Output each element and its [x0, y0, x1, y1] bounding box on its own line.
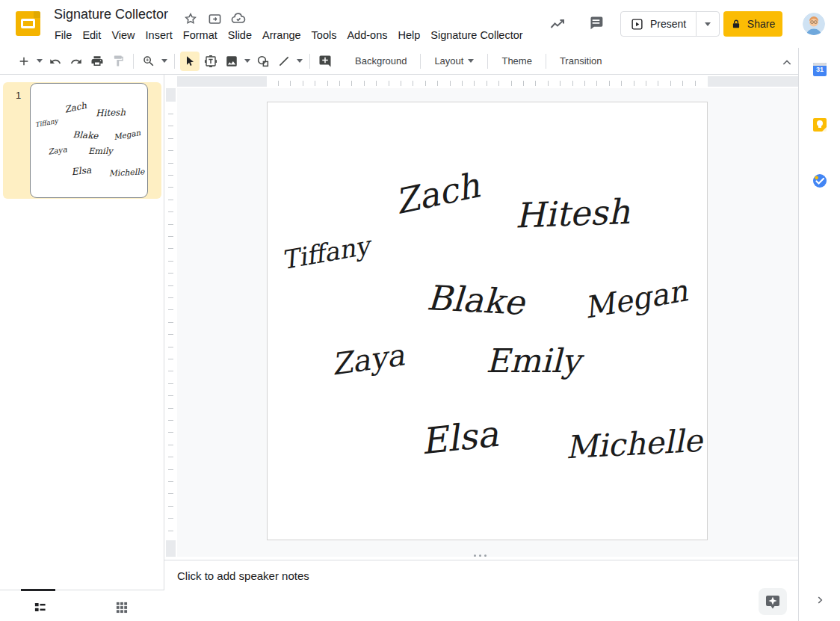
slide-filmstrip-panel: 1	[0, 75, 164, 590]
slide-thumbnail-card[interactable]	[30, 83, 148, 198]
print-button[interactable]	[87, 52, 107, 71]
lock-icon	[731, 19, 741, 30]
insert-image-button[interactable]	[222, 52, 241, 71]
present-button[interactable]: Present	[621, 12, 696, 36]
toolbar-divider	[133, 54, 134, 69]
insert-shape-button[interactable]	[253, 52, 273, 71]
app-header: Signature Collector File Edit View Inser…	[0, 0, 840, 48]
background-label: Background	[355, 55, 407, 67]
toolbar-divider	[420, 54, 421, 69]
keep-icon[interactable]	[813, 118, 827, 132]
menu-signature-collector[interactable]: Signature Collector	[425, 28, 528, 43]
tasks-icon[interactable]	[813, 174, 827, 188]
ruler-margin-right	[708, 76, 798, 87]
theme-label: Theme	[501, 55, 531, 67]
activity-icon[interactable]	[549, 15, 568, 34]
menu-view[interactable]: View	[106, 28, 140, 43]
paint-format-button[interactable]	[108, 52, 128, 71]
grid-view-button[interactable]	[114, 599, 129, 614]
toolbar-divider	[174, 54, 175, 69]
menu-tools[interactable]: Tools	[306, 28, 342, 43]
keep-fold-corner	[822, 127, 827, 132]
menu-arrange[interactable]: Arrange	[257, 28, 306, 43]
present-label: Present	[650, 18, 686, 30]
menu-format[interactable]: Format	[178, 28, 223, 43]
select-tool-button[interactable]	[180, 52, 200, 71]
present-play-icon	[631, 18, 643, 31]
new-slide-dropdown[interactable]	[34, 52, 45, 71]
slides-logo[interactable]	[16, 11, 40, 36]
comment-icon[interactable]	[587, 14, 607, 34]
insert-line-dropdown[interactable]	[294, 52, 305, 71]
background-button[interactable]: Background	[346, 52, 416, 71]
view-switcher-bar	[0, 590, 164, 621]
slide-content	[268, 102, 707, 540]
share-label: Share	[747, 18, 775, 30]
insert-line-button[interactable]	[274, 52, 294, 71]
theme-button[interactable]: Theme	[492, 52, 540, 71]
logo-inner-shape	[21, 19, 35, 28]
filmstrip-view-button[interactable]	[32, 599, 47, 614]
present-button-group: Present	[620, 11, 720, 37]
slide-thumbnail-preview	[31, 84, 146, 197]
menu-help[interactable]: Help	[392, 28, 425, 43]
notes-resize-handle[interactable]	[474, 554, 487, 557]
new-slide-button[interactable]	[14, 52, 34, 71]
main-toolbar: Background Layout Theme Transition	[0, 48, 798, 75]
slide-canvas[interactable]	[267, 102, 708, 540]
toolbar-divider	[487, 54, 488, 69]
redo-button[interactable]	[67, 52, 86, 71]
keep-bulb-stem	[818, 126, 821, 128]
share-button[interactable]: Share	[723, 11, 782, 37]
add-comment-button[interactable]	[315, 52, 335, 71]
editor-canvas	[164, 75, 798, 557]
collapse-toolbar-button[interactable]	[777, 55, 797, 70]
layout-caret-icon	[468, 59, 474, 63]
undo-button[interactable]	[46, 52, 65, 71]
calendar-icon[interactable]: 31	[813, 63, 827, 76]
zoom-dropdown[interactable]	[159, 52, 170, 71]
slide-number: 1	[16, 90, 21, 101]
active-view-indicator	[21, 589, 55, 591]
google-apps-side-panel: 31	[798, 48, 840, 621]
vertical-ruler-ticks	[168, 114, 173, 537]
ruler-margin-top	[166, 88, 176, 102]
transition-button[interactable]: Transition	[551, 52, 611, 71]
star-icon[interactable]	[182, 10, 200, 28]
layout-label: Layout	[434, 55, 463, 67]
menu-edit[interactable]: Edit	[77, 28, 106, 43]
menu-insert[interactable]: Insert	[140, 28, 178, 43]
horizontal-ruler-ticks	[278, 81, 707, 86]
filmstrip-view-icon	[34, 601, 46, 614]
menu-file[interactable]: File	[49, 28, 77, 43]
present-dropdown-button[interactable]	[697, 12, 719, 36]
cloud-saved-icon[interactable]	[229, 10, 247, 28]
ruler-margin-left	[177, 76, 267, 87]
document-title[interactable]: Signature Collector	[54, 7, 168, 22]
zoom-button[interactable]	[139, 52, 158, 71]
user-avatar[interactable]	[803, 13, 825, 35]
vertical-ruler	[164, 88, 177, 557]
menu-slide[interactable]: Slide	[223, 28, 257, 43]
explore-button[interactable]	[759, 588, 787, 615]
google-slides-app: Signature Collector File Edit View Inser…	[0, 0, 840, 621]
layout-button[interactable]: Layout	[425, 52, 483, 71]
insert-image-dropdown[interactable]	[242, 52, 253, 71]
speaker-notes-panel: Click to add speaker notes	[164, 560, 798, 621]
expand-panel-chevron-icon[interactable]	[815, 595, 825, 605]
slide-thumbnail-1[interactable]: 1	[3, 82, 161, 199]
ruler-margin-bottom	[166, 540, 176, 557]
horizontal-ruler	[164, 75, 798, 88]
grid-view-icon	[115, 601, 128, 614]
toolbar-divider	[546, 54, 546, 69]
menu-add-ons[interactable]: Add-ons	[342, 28, 392, 43]
transition-label: Transition	[560, 55, 602, 67]
text-box-button[interactable]	[201, 52, 220, 71]
move-folder-icon[interactable]	[206, 10, 223, 28]
explore-icon	[765, 593, 781, 610]
logo-fold	[34, 11, 40, 18]
toolbar-divider	[309, 54, 310, 69]
menu-bar: File Edit View Insert Format Slide Arran…	[49, 28, 528, 43]
calendar-day: 31	[813, 66, 827, 73]
speaker-notes-placeholder[interactable]: Click to add speaker notes	[177, 569, 309, 582]
